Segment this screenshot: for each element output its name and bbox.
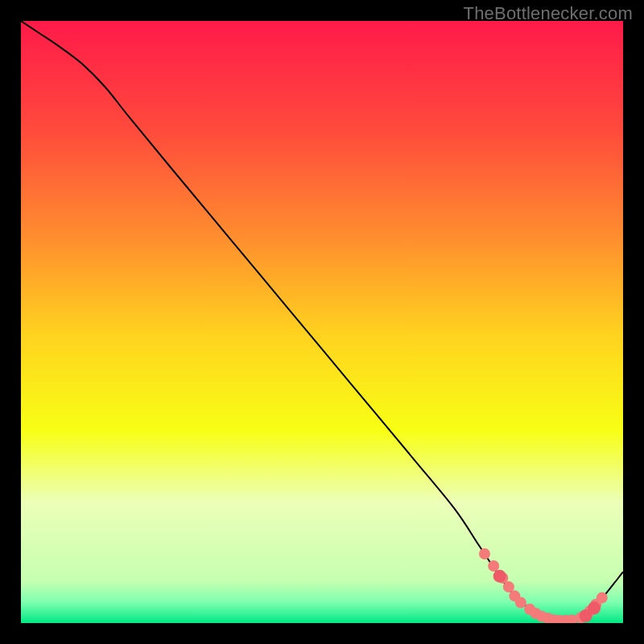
highlight-dot xyxy=(588,601,601,614)
watermark-text: TheBottlenecker.com xyxy=(464,3,633,24)
highlight-dot xyxy=(488,560,499,572)
highlight-dot xyxy=(493,570,506,583)
plot-background xyxy=(21,21,623,623)
chart-svg xyxy=(21,21,623,623)
highlight-dot xyxy=(479,548,490,559)
highlight-dot xyxy=(515,597,526,609)
chart-frame: TheBottlenecker.com xyxy=(0,0,644,644)
highlight-dot xyxy=(597,592,608,604)
